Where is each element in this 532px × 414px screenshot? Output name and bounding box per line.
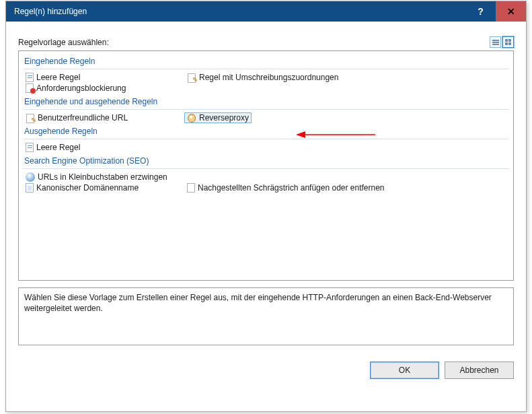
- gear-icon: [187, 113, 196, 123]
- select-template-label: Regelvorlage auswählen:: [18, 38, 490, 47]
- group-header-seo: Search Engine Optimization (SEO): [23, 153, 509, 167]
- group-header-both: Eingehende und ausgehende Regeln: [23, 94, 509, 108]
- item-inbound-rewrite-map[interactable]: Regel mit Umschreibungszuordnungen: [184, 72, 453, 83]
- item-label: Leere Regel: [36, 143, 80, 152]
- list-icon: [492, 40, 499, 45]
- item-inbound-block[interactable]: Anforderungsblockierung: [23, 83, 184, 94]
- item-label: Leere Regel: [36, 73, 80, 82]
- close-button[interactable]: ✕: [496, 1, 526, 22]
- item-label: Benutzerfreundliche URL: [38, 113, 128, 123]
- item-friendly-url[interactable]: Benutzerfreundliche URL: [23, 112, 184, 123]
- item-inbound-empty-rule[interactable]: Leere Regel: [23, 72, 184, 83]
- ok-button-label: OK: [399, 366, 410, 375]
- item-label: Kanonischer Domänenname: [36, 183, 139, 193]
- document-pencil-icon: [26, 113, 35, 123]
- titlebar[interactable]: Regel(n) hinzufügen ? ✕: [6, 1, 526, 22]
- document-icon: [26, 183, 34, 193]
- item-label: URLs in Kleinbuchstaben erzwingen: [38, 172, 167, 182]
- item-label: Regel mit Umschreibungszuordnungen: [199, 73, 338, 82]
- cancel-button[interactable]: Abbrechen: [445, 361, 514, 379]
- template-list[interactable]: Eingehende Regeln Leere Regel Regel mit …: [18, 50, 514, 281]
- callout-arrow: [296, 128, 377, 141]
- group-header-outbound: Ausgehende Regeln: [23, 123, 509, 137]
- item-reverse-proxy[interactable]: Reverseproxy: [184, 112, 252, 123]
- item-seo-canonical[interactable]: Kanonischer Domänenname: [23, 182, 184, 193]
- view-list-button[interactable]: [490, 36, 501, 48]
- cancel-button-label: Abbrechen: [459, 366, 498, 375]
- globe-icon: [26, 172, 35, 182]
- item-outbound-empty-rule[interactable]: Leere Regel: [23, 142, 184, 153]
- titlebar-title: Regel(n) hinzufügen: [6, 7, 465, 16]
- ok-button[interactable]: OK: [370, 361, 439, 379]
- item-seo-lowercase[interactable]: URLs in Kleinbuchstaben erzwingen: [23, 172, 184, 182]
- add-rules-dialog: Regel(n) hinzufügen ? ✕ Regelvorlage aus…: [5, 1, 527, 412]
- document-icon: [187, 183, 195, 193]
- document-icon: [26, 73, 34, 82]
- document-pencil-icon: [187, 73, 196, 82]
- divider: [23, 109, 509, 110]
- description-box: Wählen Sie diese Vorlage zum Erstellen e…: [18, 287, 514, 345]
- item-label: Reverseproxy: [199, 113, 249, 123]
- block-icon: [26, 83, 34, 93]
- item-seo-slash[interactable]: Nachgestellten Schrägstrich anfügen oder…: [184, 182, 453, 193]
- group-header-inbound: Eingehende Regeln: [23, 53, 509, 67]
- description-text: Wählen Sie diese Vorlage zum Erstellen e…: [24, 293, 492, 313]
- svg-marker-1: [296, 131, 305, 138]
- view-grid-button[interactable]: [502, 36, 514, 48]
- divider: [23, 69, 509, 69]
- document-icon: [26, 143, 34, 152]
- divider: [23, 139, 509, 139]
- divider: [23, 168, 509, 169]
- grid-icon: [505, 39, 511, 45]
- help-button[interactable]: ?: [465, 1, 496, 22]
- item-label: Nachgestellten Schrägstrich anfügen oder…: [198, 183, 385, 193]
- item-label: Anforderungsblockierung: [36, 83, 126, 93]
